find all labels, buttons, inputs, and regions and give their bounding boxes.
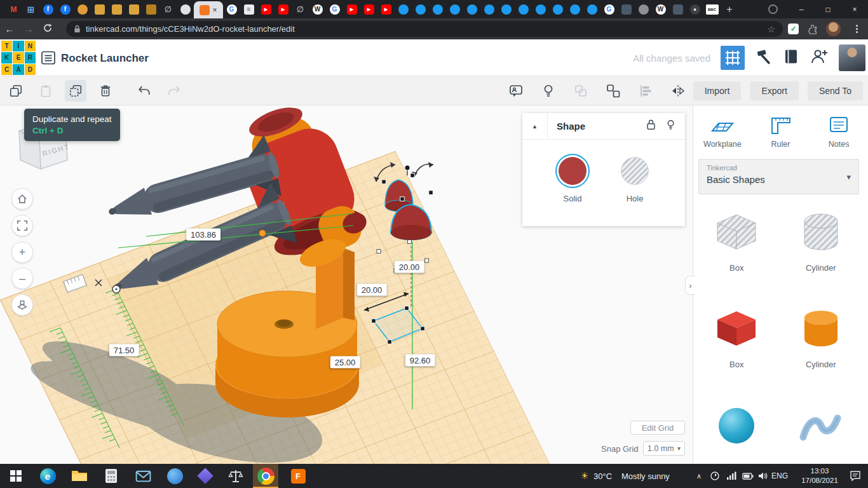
browser-tab[interactable] [74, 0, 91, 18]
delete-button[interactable] [95, 80, 116, 102]
undo-button[interactable] [133, 80, 155, 102]
browser-tab[interactable]: ▶ [275, 0, 292, 18]
notes-tool[interactable]: Notes [810, 114, 868, 149]
import-button[interactable]: Import [693, 81, 742, 100]
dashboard-grid-button[interactable] [721, 46, 745, 70]
user-avatar[interactable] [839, 44, 865, 71]
collapse-panel-button[interactable]: ▲ [522, 113, 548, 140]
blue-app-icon[interactable] [164, 464, 186, 488]
browser-tab[interactable] [618, 0, 635, 18]
workplane-tool[interactable]: Workplane [693, 114, 752, 149]
browser-tab-active[interactable]: × [194, 1, 223, 18]
weather-desc[interactable]: Mostly sunny [621, 464, 670, 488]
browser-tab[interactable] [91, 0, 108, 18]
file-explorer-icon[interactable] [69, 464, 90, 488]
shape-tile-orange-cylinder[interactable]: Cylinder [779, 296, 864, 393]
browser-menu-icon[interactable] [851, 23, 862, 34]
lock-shape-icon[interactable] [646, 119, 656, 133]
paste-button[interactable] [35, 80, 57, 102]
adblock-extension-icon[interactable]: ✓ [788, 24, 799, 34]
browser-tab[interactable] [446, 0, 463, 18]
language-indicator[interactable]: ENG [771, 464, 788, 488]
forward-button[interactable]: → [19, 24, 38, 34]
browser-tab[interactable]: G [326, 0, 343, 18]
export-button[interactable]: Export [750, 81, 798, 100]
solid-swatch[interactable] [559, 157, 587, 185]
browser-tab[interactable] [412, 0, 429, 18]
redo-button[interactable] [163, 80, 185, 102]
browser-tab[interactable] [395, 0, 412, 18]
hole-option[interactable]: Hole [618, 154, 652, 203]
browser-tab[interactable] [566, 0, 583, 18]
copy-button[interactable] [5, 80, 27, 102]
home-view-button[interactable] [11, 188, 33, 210]
browser-tab[interactable]: ≡ [240, 0, 257, 18]
chrome-icon[interactable] [254, 464, 277, 488]
reload-button[interactable] [38, 23, 57, 35]
edge-icon[interactable]: e [37, 464, 58, 488]
dimension-label[interactable]: 103.86 [186, 229, 220, 241]
window-close-button[interactable]: × [841, 0, 868, 18]
browser-tab[interactable]: ▶ [360, 0, 377, 18]
clock[interactable]: 13:03 17/08/2021 [796, 464, 844, 488]
browser-tab[interactable]: G [223, 0, 240, 18]
new-tab-button[interactable]: + [721, 0, 738, 18]
browser-tab[interactable]: ▶ [257, 0, 275, 18]
browser-profile-icon[interactable] [768, 4, 778, 14]
hide-shape-bulb-icon[interactable] [665, 119, 676, 133]
fit-view-button[interactable] [11, 215, 33, 236]
browser-tab[interactable]: W [652, 0, 669, 18]
url-text[interactable]: tinkercad.com/things/cCE3HiNw2dO-rocket-… [86, 24, 767, 34]
browser-tab[interactable] [480, 0, 498, 18]
edit-grid-button[interactable]: Edit Grid [630, 421, 685, 435]
browser-tab[interactable]: f [57, 0, 74, 18]
dimension-label[interactable]: 92.60 [405, 355, 435, 367]
weather-temp[interactable]: 30°C [593, 464, 612, 488]
shape-tile-hole-box[interactable]: Box [695, 200, 779, 296]
shape-tile-sphere[interactable] [695, 393, 779, 464]
design-menu-icon[interactable] [41, 50, 56, 68]
browser-tab[interactable]: ∅ [292, 0, 309, 18]
bookmark-star-icon[interactable]: ☆ [767, 24, 775, 34]
snap-grid-select[interactable]: 1.0 mm ▾ [643, 441, 685, 456]
dimension-label[interactable]: 25.00 [330, 356, 360, 369]
browser-tab[interactable] [498, 0, 515, 18]
zoom-out-button[interactable]: – [11, 268, 33, 289]
solid-option[interactable]: Solid [555, 154, 590, 203]
scales-app-icon[interactable] [225, 464, 247, 488]
notification-center-icon[interactable] [848, 464, 863, 488]
browser-tab[interactable] [532, 0, 549, 18]
browser-tab[interactable]: ⊞ [22, 0, 39, 18]
tinkercad-logo[interactable]: T I N K E R C A D [1, 41, 36, 75]
browser-tab[interactable]: W [309, 0, 326, 18]
browser-tab[interactable] [463, 0, 480, 18]
invite-person-icon[interactable] [810, 47, 829, 69]
browser-tab[interactable] [549, 0, 566, 18]
browser-tab[interactable] [429, 0, 446, 18]
send-to-button[interactable]: Send To [808, 81, 863, 100]
browser-tab[interactable] [635, 0, 652, 18]
browser-tab[interactable] [108, 0, 125, 18]
browser-tab[interactable] [669, 0, 686, 18]
zoom-in-button[interactable]: + [11, 241, 33, 263]
notebook-icon[interactable] [783, 48, 799, 67]
start-button[interactable] [5, 464, 27, 488]
window-maximize-button[interactable]: □ [815, 0, 841, 18]
window-minimize-button[interactable]: – [788, 0, 815, 18]
browser-tab[interactable]: ∅ [159, 0, 177, 18]
browser-tab[interactable]: f [39, 0, 57, 18]
annotate-button[interactable] [505, 80, 527, 102]
design-title[interactable]: Rocket Launcher [61, 52, 149, 65]
hole-swatch[interactable] [621, 157, 649, 185]
shape-tile-red-box[interactable]: Box [695, 296, 779, 393]
browser-tab[interactable] [125, 0, 142, 18]
browser-tab[interactable]: • [686, 0, 703, 18]
ruler-tool-button[interactable]: Ruler [752, 114, 810, 149]
sidebar-collapse-handle[interactable]: › [685, 276, 695, 295]
browser-tab[interactable] [583, 0, 600, 18]
extensions-puzzle-icon[interactable] [807, 24, 818, 37]
browser-tab[interactable] [177, 0, 194, 18]
browser-tab[interactable]: G [600, 0, 618, 18]
tinker-tools-icon[interactable] [755, 48, 773, 68]
tab-close-button[interactable]: × [212, 6, 217, 14]
